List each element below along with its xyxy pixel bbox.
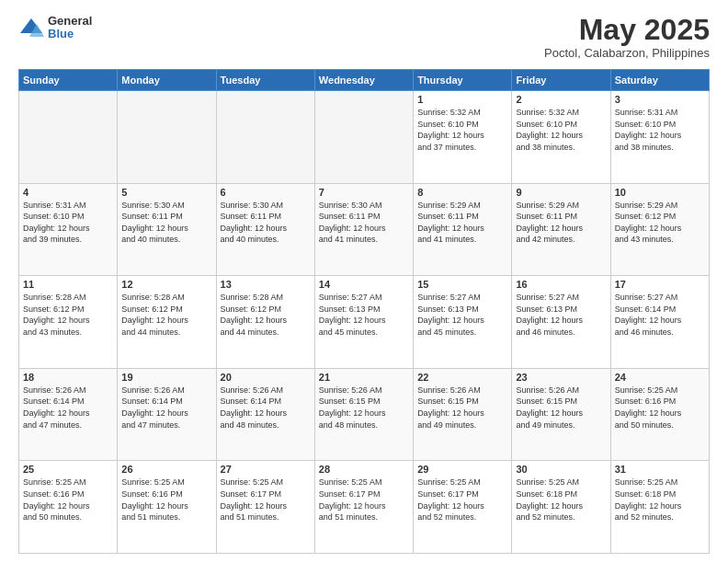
day-info: Sunrise: 5:25 AM Sunset: 6:17 PM Dayligh…	[319, 477, 409, 523]
day-info: Sunrise: 5:27 AM Sunset: 6:13 PM Dayligh…	[417, 292, 507, 338]
day-number: 11	[23, 279, 113, 290]
day-number: 15	[417, 279, 507, 290]
calendar-week-3: 11Sunrise: 5:28 AM Sunset: 6:12 PM Dayli…	[19, 276, 710, 369]
calendar-cell-w5-d6: 31Sunrise: 5:25 AM Sunset: 6:18 PM Dayli…	[610, 461, 709, 554]
day-number: 8	[417, 187, 507, 198]
day-number: 16	[516, 279, 606, 290]
day-number: 25	[23, 464, 113, 475]
calendar-cell-w3-d5: 16Sunrise: 5:27 AM Sunset: 6:13 PM Dayli…	[512, 276, 610, 369]
day-number: 30	[516, 464, 606, 475]
calendar-cell-w3-d0: 11Sunrise: 5:28 AM Sunset: 6:12 PM Dayli…	[19, 276, 118, 369]
day-number: 31	[615, 464, 705, 475]
day-info: Sunrise: 5:26 AM Sunset: 6:14 PM Dayligh…	[121, 385, 211, 431]
calendar-cell-w2-d5: 9Sunrise: 5:29 AM Sunset: 6:11 PM Daylig…	[512, 183, 610, 276]
day-info: Sunrise: 5:31 AM Sunset: 6:10 PM Dayligh…	[615, 107, 705, 153]
calendar-cell-w5-d5: 30Sunrise: 5:25 AM Sunset: 6:18 PM Dayli…	[512, 461, 610, 554]
header-saturday: Saturday	[610, 70, 709, 91]
day-info: Sunrise: 5:25 AM Sunset: 6:16 PM Dayligh…	[615, 385, 705, 431]
calendar-cell-w2-d3: 7Sunrise: 5:30 AM Sunset: 6:11 PM Daylig…	[314, 183, 413, 276]
day-info: Sunrise: 5:30 AM Sunset: 6:11 PM Dayligh…	[319, 200, 409, 246]
calendar-cell-w4-d1: 19Sunrise: 5:26 AM Sunset: 6:14 PM Dayli…	[118, 368, 216, 461]
header: General Blue May 2025 Poctol, Calabarzon…	[18, 15, 710, 60]
day-info: Sunrise: 5:30 AM Sunset: 6:11 PM Dayligh…	[221, 200, 311, 246]
calendar-cell-w2-d4: 8Sunrise: 5:29 AM Sunset: 6:11 PM Daylig…	[414, 183, 512, 276]
calendar-cell-w2-d2: 6Sunrise: 5:30 AM Sunset: 6:11 PM Daylig…	[216, 183, 314, 276]
day-number: 29	[417, 464, 507, 475]
logo-blue: Blue	[48, 28, 92, 40]
day-info: Sunrise: 5:29 AM Sunset: 6:11 PM Dayligh…	[417, 200, 507, 246]
calendar-cell-w3-d6: 17Sunrise: 5:27 AM Sunset: 6:14 PM Dayli…	[610, 276, 709, 369]
calendar-cell-w3-d4: 15Sunrise: 5:27 AM Sunset: 6:13 PM Dayli…	[414, 276, 512, 369]
calendar-cell-w1-d6: 3Sunrise: 5:31 AM Sunset: 6:10 PM Daylig…	[610, 91, 709, 184]
day-number: 22	[417, 372, 507, 383]
day-number: 21	[319, 372, 409, 383]
header-friday: Friday	[512, 70, 610, 91]
day-number: 20	[221, 372, 311, 383]
logo-general: General	[48, 15, 92, 28]
day-number: 24	[615, 372, 705, 383]
calendar-cell-w3-d3: 14Sunrise: 5:27 AM Sunset: 6:13 PM Dayli…	[314, 276, 413, 369]
calendar-cell-w5-d1: 26Sunrise: 5:25 AM Sunset: 6:16 PM Dayli…	[118, 461, 216, 554]
day-info: Sunrise: 5:25 AM Sunset: 6:16 PM Dayligh…	[121, 477, 211, 523]
day-number: 18	[23, 372, 113, 383]
day-info: Sunrise: 5:25 AM Sunset: 6:18 PM Dayligh…	[615, 477, 705, 523]
day-info: Sunrise: 5:26 AM Sunset: 6:15 PM Dayligh…	[417, 385, 507, 431]
day-info: Sunrise: 5:31 AM Sunset: 6:10 PM Dayligh…	[23, 200, 113, 246]
calendar-cell-w4-d4: 22Sunrise: 5:26 AM Sunset: 6:15 PM Dayli…	[414, 368, 512, 461]
day-info: Sunrise: 5:26 AM Sunset: 6:14 PM Dayligh…	[221, 385, 311, 431]
day-number: 5	[121, 187, 211, 198]
calendar-cell-w4-d6: 24Sunrise: 5:25 AM Sunset: 6:16 PM Dayli…	[610, 368, 709, 461]
calendar-cell-w3-d1: 12Sunrise: 5:28 AM Sunset: 6:12 PM Dayli…	[118, 276, 216, 369]
day-info: Sunrise: 5:32 AM Sunset: 6:10 PM Dayligh…	[516, 107, 606, 153]
day-info: Sunrise: 5:27 AM Sunset: 6:13 PM Dayligh…	[516, 292, 606, 338]
day-number: 23	[516, 372, 606, 383]
day-info: Sunrise: 5:25 AM Sunset: 6:17 PM Dayligh…	[221, 477, 311, 523]
calendar-cell-w1-d2	[216, 91, 314, 184]
day-number: 6	[221, 187, 311, 198]
header-wednesday: Wednesday	[314, 70, 413, 91]
calendar-cell-w5-d4: 29Sunrise: 5:25 AM Sunset: 6:17 PM Dayli…	[414, 461, 512, 554]
day-info: Sunrise: 5:26 AM Sunset: 6:15 PM Dayligh…	[516, 385, 606, 431]
calendar-cell-w1-d4: 1Sunrise: 5:32 AM Sunset: 6:10 PM Daylig…	[414, 91, 512, 184]
day-info: Sunrise: 5:32 AM Sunset: 6:10 PM Dayligh…	[417, 107, 507, 153]
day-info: Sunrise: 5:27 AM Sunset: 6:13 PM Dayligh…	[319, 292, 409, 338]
month-title: May 2025	[544, 15, 710, 44]
calendar-cell-w1-d0	[19, 91, 118, 184]
calendar-cell-w4-d2: 20Sunrise: 5:26 AM Sunset: 6:14 PM Dayli…	[216, 368, 314, 461]
day-info: Sunrise: 5:28 AM Sunset: 6:12 PM Dayligh…	[221, 292, 311, 338]
day-info: Sunrise: 5:25 AM Sunset: 6:18 PM Dayligh…	[516, 477, 606, 523]
calendar-cell-w1-d5: 2Sunrise: 5:32 AM Sunset: 6:10 PM Daylig…	[512, 91, 610, 184]
header-sunday: Sunday	[19, 70, 118, 91]
calendar-table: Sunday Monday Tuesday Wednesday Thursday…	[18, 69, 710, 554]
title-block: May 2025 Poctol, Calabarzon, Philippines	[544, 15, 710, 60]
calendar-header-row: Sunday Monday Tuesday Wednesday Thursday…	[19, 70, 710, 91]
calendar-cell-w5-d2: 27Sunrise: 5:25 AM Sunset: 6:17 PM Dayli…	[216, 461, 314, 554]
day-info: Sunrise: 5:30 AM Sunset: 6:11 PM Dayligh…	[121, 200, 211, 246]
logo: General Blue	[18, 15, 92, 41]
day-number: 10	[615, 187, 705, 198]
day-number: 4	[23, 187, 113, 198]
day-info: Sunrise: 5:27 AM Sunset: 6:14 PM Dayligh…	[615, 292, 705, 338]
day-number: 17	[615, 279, 705, 290]
day-number: 9	[516, 187, 606, 198]
header-monday: Monday	[118, 70, 216, 91]
day-number: 14	[319, 279, 409, 290]
day-number: 28	[319, 464, 409, 475]
header-tuesday: Tuesday	[216, 70, 314, 91]
day-info: Sunrise: 5:28 AM Sunset: 6:12 PM Dayligh…	[121, 292, 211, 338]
day-info: Sunrise: 5:29 AM Sunset: 6:12 PM Dayligh…	[615, 200, 705, 246]
calendar-cell-w2-d1: 5Sunrise: 5:30 AM Sunset: 6:11 PM Daylig…	[118, 183, 216, 276]
calendar-cell-w1-d1	[118, 91, 216, 184]
day-number: 2	[516, 94, 606, 105]
calendar-cell-w1-d3	[314, 91, 413, 184]
calendar-week-2: 4Sunrise: 5:31 AM Sunset: 6:10 PM Daylig…	[19, 183, 710, 276]
day-info: Sunrise: 5:25 AM Sunset: 6:16 PM Dayligh…	[23, 477, 113, 523]
calendar-week-4: 18Sunrise: 5:26 AM Sunset: 6:14 PM Dayli…	[19, 368, 710, 461]
calendar-cell-w5-d3: 28Sunrise: 5:25 AM Sunset: 6:17 PM Dayli…	[314, 461, 413, 554]
calendar-cell-w3-d2: 13Sunrise: 5:28 AM Sunset: 6:12 PM Dayli…	[216, 276, 314, 369]
day-number: 13	[221, 279, 311, 290]
calendar-cell-w2-d6: 10Sunrise: 5:29 AM Sunset: 6:12 PM Dayli…	[610, 183, 709, 276]
calendar-cell-w4-d5: 23Sunrise: 5:26 AM Sunset: 6:15 PM Dayli…	[512, 368, 610, 461]
page-container: General Blue May 2025 Poctol, Calabarzon…	[0, 0, 728, 563]
header-thursday: Thursday	[414, 70, 512, 91]
